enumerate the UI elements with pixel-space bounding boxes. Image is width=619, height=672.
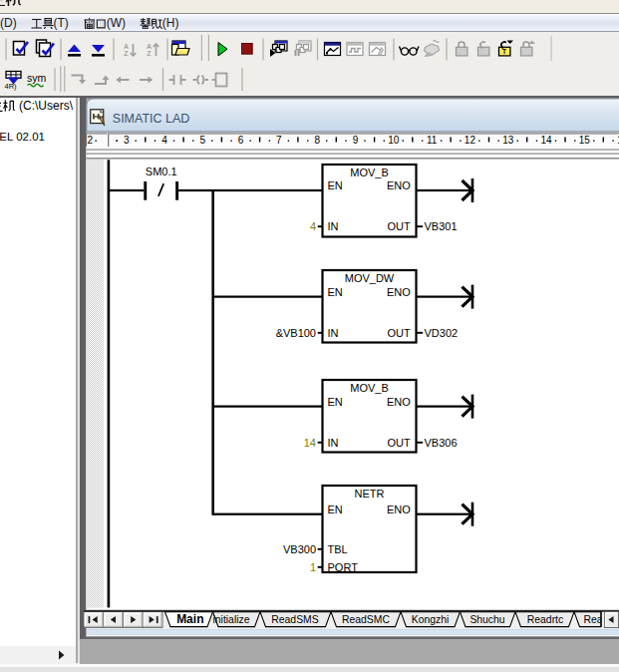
svg-text:VB301: VB301 (425, 220, 458, 232)
svg-text:1: 1 (310, 561, 316, 573)
svg-text:T: T (502, 48, 506, 55)
svg-text:11: 11 (427, 135, 438, 146)
svg-text:13: 13 (502, 135, 514, 146)
svg-text:4: 4 (161, 135, 167, 146)
svg-text:3: 3 (124, 135, 130, 146)
svg-text:A: A (147, 43, 152, 50)
svg-text:MOV_B: MOV_B (350, 382, 389, 394)
svg-text:SIMATIC LAD: SIMATIC LAD (113, 112, 190, 126)
svg-text:Kongzhi: Kongzhi (412, 614, 450, 625)
svg-text:EN: EN (328, 396, 343, 408)
svg-text:ReadSMS: ReadSMS (271, 614, 318, 625)
svg-text:5: 5 (200, 135, 206, 146)
svg-text:Z: Z (147, 50, 152, 57)
svg-text:IN: IN (328, 437, 339, 449)
svg-text:Z: Z (124, 50, 129, 57)
svg-text:4R): 4R) (5, 82, 18, 91)
svg-text:OUT: OUT (388, 220, 412, 232)
svg-text:EN: EN (328, 286, 343, 298)
svg-text:4: 4 (310, 220, 316, 232)
svg-text:7: 7 (276, 135, 282, 146)
svg-text:VB306: VB306 (425, 437, 458, 449)
svg-text:2: 2 (88, 135, 94, 146)
svg-text:ENO: ENO (387, 504, 411, 515)
svg-text:12: 12 (464, 135, 476, 146)
svg-text:14: 14 (540, 135, 552, 146)
svg-text:sym: sym (27, 72, 47, 84)
svg-text:A: A (124, 43, 129, 50)
svg-text:IN: IN (328, 220, 339, 232)
svg-text:ENO: ENO (387, 286, 411, 298)
svg-text:OUT: OUT (388, 327, 412, 339)
svg-text:MOV_B: MOV_B (350, 167, 389, 178)
svg-text:ReadSMC: ReadSMC (342, 614, 390, 625)
svg-text:ENO: ENO (387, 179, 411, 191)
svg-text:EN: EN (328, 179, 343, 191)
svg-text:NETR: NETR (355, 488, 385, 500)
svg-text:TBL: TBL (328, 543, 348, 555)
svg-text:OUT: OUT (388, 437, 412, 449)
svg-text:initialize: initialize (213, 614, 250, 625)
svg-text:Readrtc: Readrtc (527, 614, 563, 625)
svg-text:14: 14 (304, 437, 316, 449)
svg-text:MOV_DW: MOV_DW (345, 272, 395, 284)
svg-text:VB300: VB300 (283, 543, 316, 555)
svg-text:PORT: PORT (328, 561, 359, 573)
svg-text:VD302: VD302 (425, 327, 459, 339)
svg-text:Rea: Rea (583, 614, 602, 625)
svg-text:SM0.1: SM0.1 (146, 166, 177, 177)
svg-text:Main: Main (176, 612, 203, 626)
svg-text:10: 10 (388, 135, 400, 146)
svg-text:ENO: ENO (387, 396, 411, 408)
svg-text:&VB100: &VB100 (276, 327, 316, 339)
svg-text:9: 9 (353, 135, 359, 146)
svg-text:8: 8 (314, 135, 320, 146)
svg-text:15: 15 (579, 135, 591, 146)
svg-text:EN: EN (328, 504, 343, 515)
svg-text:6: 6 (238, 135, 244, 146)
svg-text:Shuchu: Shuchu (469, 614, 504, 625)
svg-text:IN: IN (328, 327, 339, 339)
